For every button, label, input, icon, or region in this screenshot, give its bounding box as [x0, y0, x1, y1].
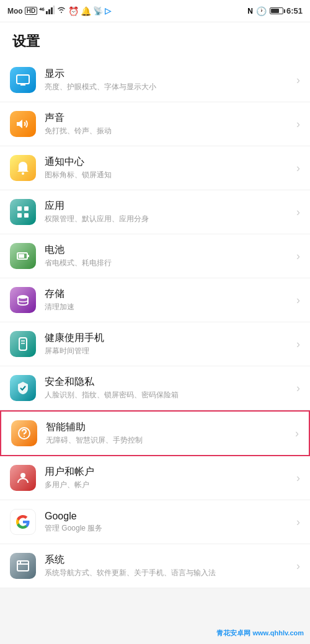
- notify-subtitle: 图标角标、锁屏通知: [45, 170, 291, 180]
- page-title-bar: 设置: [0, 22, 310, 58]
- svg-rect-0: [46, 11, 48, 14]
- svg-rect-1: [48, 9, 50, 14]
- google-title: Google: [45, 511, 291, 522]
- storage-text: 存储清理加速: [45, 288, 291, 312]
- svg-point-21: [24, 436, 25, 437]
- wifi-icon: [56, 6, 66, 15]
- svg-marker-7: [17, 120, 22, 128]
- security-title: 安全和隐私: [45, 376, 291, 389]
- settings-item-system[interactable]: 系统系统导航方式、软件更新、关于手机、语言与输入法›: [0, 544, 310, 588]
- cast-icon: 📡: [93, 6, 103, 15]
- notify-icon-wrapper: [10, 155, 36, 181]
- battery-subtitle: 省电模式、耗电排行: [45, 258, 291, 268]
- svg-rect-10: [24, 206, 29, 211]
- user-text: 用户和帐户多用户、帐户: [45, 465, 291, 490]
- svg-rect-23: [17, 561, 29, 571]
- svg-rect-14: [28, 255, 29, 257]
- battery-title: 电池: [45, 244, 291, 257]
- settings-item-sound[interactable]: 声音免打扰、铃声、振动›: [0, 102, 310, 146]
- svg-point-16: [18, 295, 28, 299]
- apps-subtitle: 权限管理、默认应用、应用分身: [45, 214, 291, 224]
- hd-badge: HD: [25, 7, 37, 15]
- status-bar-left: Moo HD ⁴⁶ ⏰ 🔔 📡 ▷: [7, 6, 111, 16]
- clock-icon: 🕐: [256, 6, 267, 16]
- notify-arrow-icon: ›: [296, 162, 300, 175]
- settings-item-display[interactable]: 显示亮度、护眼模式、字体与显示大小›: [0, 58, 310, 102]
- alarm-icon: ⏰: [68, 6, 79, 16]
- settings-list: 显示亮度、护眼模式、字体与显示大小›声音免打扰、铃声、振动›通知中心图标角标、锁…: [0, 58, 310, 588]
- google-arrow-icon: ›: [296, 516, 300, 529]
- health-icon-wrapper: [10, 331, 36, 357]
- settings-item-battery[interactable]: 电池省电模式、耗电排行›: [0, 234, 310, 278]
- security-icon-wrapper: [10, 375, 36, 401]
- apps-text: 应用权限管理、默认应用、应用分身: [45, 200, 291, 224]
- assist-arrow-icon: ›: [295, 427, 299, 440]
- settings-item-security[interactable]: 安全和隐私人脸识别、指纹、锁屏密码、密码保险箱›: [0, 366, 310, 410]
- settings-item-assist[interactable]: 智能辅助无障碍、智慧识屏、手势控制›: [0, 410, 310, 456]
- display-subtitle: 亮度、护眼模式、字体与显示大小: [45, 82, 291, 92]
- system-title: 系统: [45, 554, 291, 567]
- assist-text: 智能辅助无障碍、智慧识屏、手势控制: [46, 421, 290, 446]
- svg-rect-9: [17, 206, 22, 211]
- sound-arrow-icon: ›: [296, 118, 300, 131]
- google-text: Google管理 Google 服务: [45, 511, 291, 534]
- user-icon-wrapper: [10, 465, 36, 491]
- battery-arrow-icon: ›: [296, 250, 300, 263]
- security-subtitle: 人脸识别、指纹、锁屏密码、密码保险箱: [45, 390, 291, 400]
- health-arrow-icon: ›: [296, 338, 300, 351]
- system-arrow-icon: ›: [296, 560, 300, 573]
- svg-rect-11: [17, 213, 22, 218]
- health-text: 健康使用手机屏幕时间管理: [45, 332, 291, 356]
- apps-icon-wrapper: [10, 199, 36, 225]
- settings-item-notify[interactable]: 通知中心图标角标、锁屏通知›: [0, 146, 310, 190]
- battery-indicator: [270, 7, 283, 14]
- google-icon-wrapper: [10, 509, 36, 535]
- svg-point-22: [20, 473, 25, 478]
- storage-icon-wrapper: [10, 287, 36, 313]
- user-arrow-icon: ›: [296, 472, 300, 485]
- notify-text: 通知中心图标角标、锁屏通知: [45, 156, 291, 180]
- sound-title: 声音: [45, 112, 291, 125]
- svg-rect-12: [24, 213, 29, 218]
- battery-icon-wrapper: [10, 243, 36, 269]
- health-subtitle: 屏幕时间管理: [45, 346, 291, 356]
- storage-arrow-icon: ›: [296, 294, 300, 307]
- sound-text: 声音免打扰、铃声、振动: [45, 112, 291, 136]
- page-title: 设置: [12, 33, 40, 49]
- assist-icon-wrapper: [11, 420, 37, 446]
- settings-item-user[interactable]: 用户和帐户多用户、帐户›: [0, 456, 310, 500]
- security-text: 安全和隐私人脸识别、指纹、锁屏密码、密码保险箱: [45, 376, 291, 400]
- settings-item-health[interactable]: 健康使用手机屏幕时间管理›: [0, 322, 310, 366]
- arrow-icon: ▷: [105, 6, 111, 15]
- display-icon-wrapper: [10, 67, 36, 93]
- svg-rect-17: [19, 338, 27, 350]
- battery-text: 电池省电模式、耗电排行: [45, 244, 291, 268]
- user-title: 用户和帐户: [45, 465, 291, 479]
- time-display: 6:51: [286, 6, 303, 15]
- n-icon: N: [247, 7, 253, 15]
- svg-rect-3: [53, 6, 55, 14]
- user-subtitle: 多用户、帐户: [45, 480, 291, 490]
- sound-icon-wrapper: [10, 111, 36, 137]
- storage-subtitle: 清理加速: [45, 302, 291, 312]
- health-title: 健康使用手机: [45, 332, 291, 345]
- system-text: 系统系统导航方式、软件更新、关于手机、语言与输入法: [45, 554, 291, 578]
- sound-subtitle: 免打扰、铃声、振动: [45, 126, 291, 136]
- settings-item-google[interactable]: Google管理 Google 服务›: [0, 500, 310, 544]
- settings-item-storage[interactable]: 存储清理加速›: [0, 278, 310, 322]
- storage-title: 存储: [45, 288, 291, 301]
- notify-title: 通知中心: [45, 156, 291, 169]
- google-subtitle: 管理 Google 服务: [45, 523, 291, 534]
- carrier-text: Moo: [7, 7, 23, 15]
- system-icon-wrapper: [10, 553, 36, 579]
- status-bar-right: N 🕐 6:51: [247, 6, 303, 16]
- settings-item-apps[interactable]: 应用权限管理、默认应用、应用分身›: [0, 190, 310, 234]
- notification-dot: 🔔: [81, 6, 91, 16]
- display-text: 显示亮度、护眼模式、字体与显示大小: [45, 68, 291, 92]
- apps-title: 应用: [45, 200, 291, 213]
- signal-text: ⁴⁶: [39, 7, 44, 15]
- assist-title: 智能辅助: [46, 421, 290, 434]
- svg-rect-4: [17, 75, 29, 84]
- assist-subtitle: 无障碍、智慧识屏、手势控制: [46, 435, 290, 446]
- display-arrow-icon: ›: [296, 74, 300, 87]
